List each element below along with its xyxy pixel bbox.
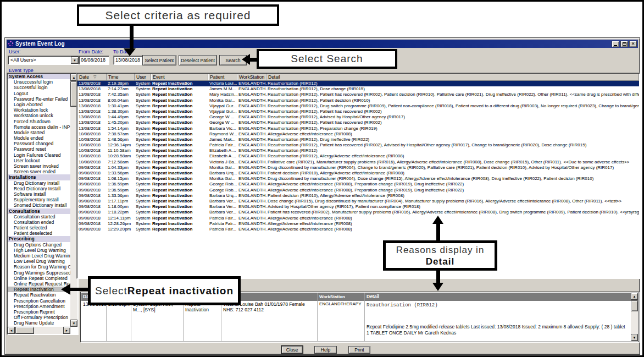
sidebar-item-screen-saver-invoked[interactable]: Screen saver invoked <box>8 163 71 169</box>
sidebar-item-password-re-enter-failed[interactable]: Password Re-enter Failed <box>8 96 71 102</box>
sidebar-item-reason-for-drug-warning-overrid[interactable]: Reason for Drug Warning Overrid <box>8 264 71 270</box>
sidebar-item-drug-dictionary-install[interactable]: Drug Dictionary Install <box>8 180 71 186</box>
sidebar-item-workstation-lock[interactable]: Workstation lock <box>8 107 71 113</box>
cell-workstation: ENGLANDTH... <box>237 193 267 199</box>
sidebar-item-snomed-dictionary-install[interactable]: Snomed Dictionary Install <box>8 202 71 208</box>
sidebar-item-medium-level-drug-warning[interactable]: Medium Level Drug Warning <box>8 253 71 259</box>
close-window-button[interactable]: ✕ <box>629 41 637 47</box>
sidebar-item-forced-shutdown[interactable]: Forced Shutdown <box>8 119 71 124</box>
table-row[interactable]: 13/08/20188:00.04amSystem ...Repeat Inac… <box>77 98 639 103</box>
table-row[interactable]: 09/08/201812:29.20pmSystem ...Repeat Ina… <box>77 227 639 232</box>
column-header-date[interactable]: Date▽ <box>77 74 107 81</box>
table-row[interactable]: 09/08/20181:33.56pmSystem ...Repeat Inac… <box>77 193 639 199</box>
sidebar-item-unsuccessful-login[interactable]: Unsuccessful login <box>8 79 71 85</box>
close-button[interactable]: Close <box>281 346 303 354</box>
scrollbar-thumb[interactable] <box>631 300 638 311</box>
table-row[interactable]: 13/08/20181:44.49pmSystem ...Repeat Inac… <box>77 114 639 120</box>
to-date-field[interactable]: 13/08/2018 <box>113 56 144 65</box>
table-row[interactable]: 09/08/20181:36.59pmSystem ...Repeat Inac… <box>77 188 639 193</box>
panel-vertical-scrollbar[interactable]: ▲ ▼ <box>631 293 638 341</box>
window-titlebar[interactable]: System Event Log ✕ <box>7 40 638 48</box>
table-row[interactable]: 10/08/201811:10.58amSystem ...Repeat Ina… <box>77 148 639 153</box>
from-date-field[interactable]: 06/08/2018 <box>79 56 109 65</box>
sidebar-item-off-formulary-prescription[interactable]: Off Formulary Prescription <box>8 315 71 320</box>
cell-event: Repeat Inactivation <box>151 199 208 204</box>
sidebar-item-login-failures-cleared[interactable]: Login Failures Cleared <box>8 152 71 158</box>
column-header-workstation[interactable]: WorkStation <box>237 74 267 81</box>
table-row[interactable]: 09/08/201812:28.26pmSystem ...Repeat Ina… <box>77 221 639 227</box>
window-title: System Event Log <box>15 41 65 47</box>
cell-time: 1:36.59pm <box>107 182 135 187</box>
table-row[interactable]: 09/08/20181:18.22pmSystem ...Repeat Inac… <box>77 210 639 215</box>
table-row[interactable]: 10/08/201812:36.14pmSystem ...Repeat Ina… <box>77 142 639 148</box>
sidebar-item-remote-access-dialin-inps-sup[interactable]: Remote access dialin - INPS Sup <box>8 124 71 130</box>
select-patient-button[interactable]: Select Patient <box>142 55 176 65</box>
sidebar-item-prescription-reprint[interactable]: Prescription Reprint <box>8 309 71 315</box>
cell-workstation: ENGLANDTH... <box>237 81 267 86</box>
sidebar-horizontal-scrollbar[interactable]: ◄ ► <box>8 327 70 334</box>
table-row[interactable]: 13/08/20182:19.38pmSystem ...Repeat Inac… <box>77 81 639 86</box>
table-row[interactable]: 10/08/20187:12.58amSystem ...Repeat Inac… <box>77 160 639 165</box>
sidebar-item-software-install[interactable]: Software Install <box>8 191 71 197</box>
scroll-down-icon[interactable]: ▼ <box>70 320 77 327</box>
user-dropdown[interactable]: <All Users> ▼ <box>8 56 80 65</box>
scroll-right-icon[interactable]: ► <box>63 327 70 334</box>
sidebar-item-user-lockout[interactable]: User lockout <box>8 158 71 163</box>
sidebar-item-screen-saver-ended[interactable]: Screen saver ended <box>8 169 71 174</box>
column-header-event[interactable]: Event <box>151 74 208 81</box>
table-row[interactable]: 09/08/20181:33.56pmSystem ...Repeat Inac… <box>77 171 639 176</box>
scroll-up-icon[interactable]: ▲ <box>631 293 638 300</box>
sidebar-item-supplementary-install[interactable]: Supplementary Install <box>8 197 71 202</box>
sidebar-item-logout[interactable]: Logout <box>8 91 71 96</box>
scroll-down-icon[interactable]: ▼ <box>631 334 638 341</box>
table-row[interactable]: 09/08/20181:04.33pmSystem ...Repeat Inac… <box>77 165 639 171</box>
table-row[interactable]: 13/08/20181:38.30pmSystem ...Repeat Inac… <box>77 109 639 114</box>
dropdown-arrow-button[interactable]: ▼ <box>71 57 79 64</box>
column-header-patient[interactable]: Patient <box>208 74 237 81</box>
sidebar-item-module-started[interactable]: Module started <box>8 130 71 135</box>
sidebar-item-patient-deselected[interactable]: Patient deselected <box>8 230 71 236</box>
table-row[interactable]: 09/08/20181:36.59pmSystem ...Repeat Inac… <box>77 182 639 187</box>
table-row[interactable]: 09/08/201812:14.11pmSystem ...Repeat Ina… <box>77 216 639 221</box>
table-row[interactable]: 13/08/20181:54.14pmSystem ...Repeat Inac… <box>77 126 639 131</box>
sidebar-item-high-level-drug-warning[interactable]: High Level Drug Warning <box>8 248 71 253</box>
table-row[interactable]: 13/08/20181:45.20pmSystem ...Repeat Inac… <box>77 120 639 125</box>
sidebar-item-login-aborted[interactable]: Login Aborted <box>8 102 71 107</box>
sidebar-item-consultation-ended[interactable]: Consultation ended <box>8 219 71 225</box>
sidebar-item-patient-selected[interactable]: Patient selected <box>8 225 71 230</box>
table-row[interactable]: 10/08/201810:28.58amSystem ...Repeat Ina… <box>77 153 639 159</box>
sidebar-item-drug-options-changed[interactable]: Drug Options Changed <box>8 242 71 248</box>
column-header-time[interactable]: Time <box>107 74 135 81</box>
deselect-patient-button[interactable]: Deselect Patient <box>179 55 217 65</box>
sidebar-item-drug-warnings-suppressed[interactable]: Drug Warnings Suppressed <box>8 270 71 276</box>
help-button[interactable]: Help <box>314 346 337 354</box>
sidebar-item-drug-name-update[interactable]: Drug Name Update <box>8 320 71 326</box>
sidebar-item-consultation-started[interactable]: Consultation started <box>8 214 71 219</box>
table-row[interactable]: 09/08/20181:18.00pmSystem ...Repeat Inac… <box>77 204 639 210</box>
sidebar-item-prescription-amendment[interactable]: Prescription Amendment <box>8 304 71 309</box>
table-row[interactable]: 09/08/20181:17.11pmSystem ...Repeat Inac… <box>77 199 639 204</box>
cell-time: 1:48.56pm <box>107 137 135 142</box>
table-row[interactable]: 13/08/20187:42.35amSystem ...Repeat Inac… <box>77 92 639 97</box>
sidebar-item-prescription-cancellation[interactable]: Prescription Cancellation <box>8 298 71 304</box>
table-row[interactable]: 13/08/20187:14.27amSystem ...Repeat Inac… <box>77 86 639 92</box>
sidebar-item-module-ended[interactable]: Module ended <box>8 135 71 141</box>
sidebar-item-online-repeat-completed[interactable]: Online Repeat Completed <box>8 276 71 281</box>
sidebar-item-password-changed[interactable]: Password changed <box>8 141 71 146</box>
column-header-detail[interactable]: Detail <box>267 74 639 81</box>
table-row[interactable]: 09/08/20181:08.15pmSystem ...Repeat Inac… <box>77 176 639 182</box>
sidebar-item-workstation-unlock[interactable]: Workstation unlock <box>8 113 71 118</box>
sidebar-item-read-dictionary-install[interactable]: Read Dictionary Install <box>8 186 71 191</box>
sidebar-item-successful-login[interactable]: Successful login <box>8 85 71 90</box>
table-row[interactable]: 10/08/20181:48.56pmSystem ...Repeat Inac… <box>77 137 639 142</box>
scrollbar-thumb[interactable] <box>15 327 34 334</box>
restore-button[interactable] <box>620 41 628 47</box>
sidebar-item-password-reset[interactable]: Password reset <box>8 146 71 152</box>
table-row[interactable]: 10/08/20187:38.57amSystem ...Repeat Inac… <box>77 131 639 137</box>
scroll-left-icon[interactable]: ◄ <box>8 327 15 334</box>
column-header-user[interactable]: User <box>135 74 151 81</box>
table-row[interactable]: 13/08/20181:30.41pmSystem ...Repeat Inac… <box>77 103 639 109</box>
minimize-button[interactable] <box>612 41 619 47</box>
sidebar-item-low-level-drug-warning[interactable]: Low Level Drug Warning <box>8 259 71 264</box>
print-button[interactable]: Print <box>348 346 370 354</box>
